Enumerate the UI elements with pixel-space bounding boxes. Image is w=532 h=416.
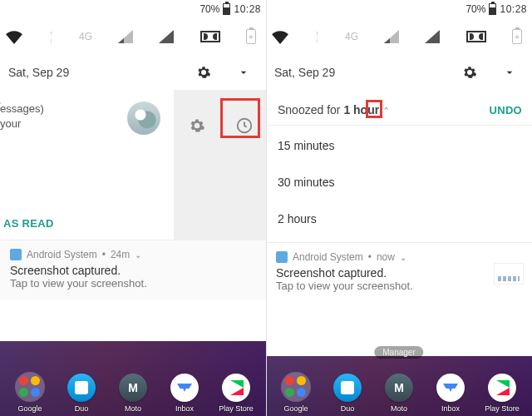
sender-avatar [127,102,160,135]
moto-app[interactable]: Moto [374,374,424,413]
moto-app[interactable]: Moto [108,374,158,413]
clock: 10:28 [234,3,261,15]
google-folder[interactable]: Google [5,372,55,413]
manager-pill: Manager [374,346,423,359]
signal-weak-icon [384,30,399,43]
message-notification[interactable]: essages) your ⌄ AS READ [0,90,175,240]
battery-icon [223,3,230,15]
snooze-option[interactable]: 2 hours [266,201,532,237]
snooze-options: 15 minutes 30 minutes 2 hours [266,126,532,242]
system-body: Tap to view your screenshot. [276,280,522,292]
left-screenshot: 70% 10:28 ↑↓ 4G + Sat, Sep 29 [0,0,266,416]
snooze-option[interactable]: 30 minutes [266,164,532,201]
system-notification[interactable]: Android System • now ⌄ Screenshot captur… [266,242,532,300]
snooze-duration: 1 hour [343,103,379,116]
home-dock: Manager Google Duo Moto Inbox Play Store [266,356,532,416]
dolby-icon[interactable] [200,31,220,42]
duo-app[interactable]: Duo [323,374,372,413]
battery-percent: 70% [200,3,219,15]
expand-chevron-icon[interactable] [231,60,256,85]
date-label: Sat, Sep 29 [274,66,335,79]
clock: 10:28 [500,3,527,15]
mark-as-read-button[interactable]: AS READ [0,204,165,240]
dolby-icon[interactable] [466,31,486,42]
chevron-down-icon[interactable]: ⌄ [135,250,141,260]
right-screenshot: 70% 10:28 ↑↓ 4G + Sat, Sep 29 [266,0,532,416]
quick-settings-row: ↑↓ 4G + [0,18,266,55]
snooze-rail [175,90,266,240]
date-label: Sat, Sep 29 [8,66,69,79]
system-app-name: Android System [27,249,97,260]
undo-button[interactable]: UNDO [490,104,522,116]
snooze-clock-icon[interactable] [232,113,257,138]
collapse-chevron-icon[interactable]: ⌄ [0,97,2,107]
signal-strong-icon [159,30,174,43]
battery-icon [489,3,496,15]
signal-strong-icon [425,30,440,43]
inbox-app[interactable]: Inbox [426,374,475,413]
quick-settings-row: ↑↓ 4G + [266,18,532,55]
settings-gear-icon[interactable] [191,60,216,85]
inbox-app[interactable]: Inbox [160,374,209,413]
google-folder[interactable]: Google [271,372,321,413]
chevron-down-icon[interactable]: ⌄ [400,253,406,262]
battery-percent: 70% [466,3,485,15]
wifi-icon[interactable] [271,29,289,44]
battery-saver-icon[interactable]: + [512,29,522,44]
snooze-prefix: Snoozed for [278,103,343,116]
data-arrows-icon: ↑↓ [315,30,319,43]
wifi-icon[interactable] [5,29,23,44]
play-store-app[interactable]: Play Store [211,374,261,413]
system-age: now [377,251,395,263]
system-notification[interactable]: Android System • 24m ⌄ Screenshot captur… [0,240,266,300]
android-system-icon [276,251,288,263]
status-bar: 70% 10:28 [0,0,266,18]
android-system-icon [10,249,22,260]
date-row: Sat, Sep 29 [266,55,532,90]
network-type: 4G [79,31,92,42]
screenshot-thumbnail[interactable] [494,263,524,285]
system-body: Tap to view your screenshot. [10,277,256,290]
system-app-name: Android System [293,251,363,263]
snooze-bar: Snoozed for 1 hour⌃ UNDO [266,90,532,125]
system-title: Screenshot captured. [10,264,256,277]
notification-settings-icon[interactable] [185,113,209,138]
system-title: Screenshot captured. [276,266,522,280]
system-age: 24m [111,249,130,260]
snooze-option[interactable]: 15 minutes [266,127,532,164]
notif-line2: your [0,116,44,131]
data-arrows-icon: ↑↓ [49,30,53,43]
network-type: 4G [345,31,358,42]
duo-app[interactable]: Duo [57,374,106,413]
chevron-up-icon[interactable]: ⌃ [382,106,390,116]
signal-weak-icon [118,30,133,43]
notif-line1: essages) [0,102,44,116]
home-dock: Google Duo Moto Inbox Play Store [0,341,266,416]
date-row: Sat, Sep 29 [0,55,266,90]
expand-chevron-icon[interactable] [497,60,522,85]
play-store-app[interactable]: Play Store [477,374,527,413]
status-bar: 70% 10:28 [266,0,532,18]
settings-gear-icon[interactable] [457,60,482,85]
notification-with-rail: essages) your ⌄ AS READ [0,90,266,240]
battery-saver-icon[interactable]: + [246,29,256,44]
